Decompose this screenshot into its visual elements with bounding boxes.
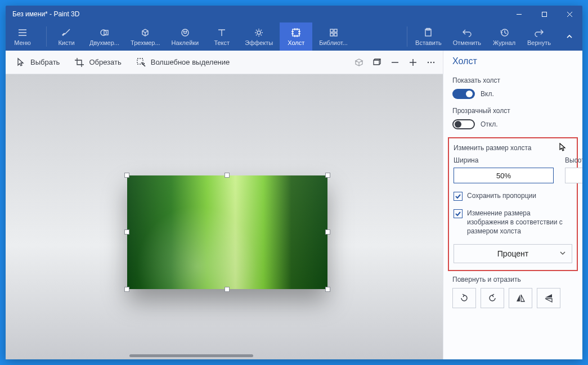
canvas-image[interactable]: [127, 175, 327, 289]
effects-tool[interactable]: Эффекты: [240, 22, 277, 51]
panel-title: Холст: [443, 51, 582, 73]
canvas-area[interactable]: [6, 74, 443, 359]
redo-label: Вернуть: [527, 39, 551, 46]
undo-button[interactable]: Отменить: [448, 22, 486, 51]
svg-rect-32: [330, 33, 333, 36]
minimize-button[interactable]: [506, 6, 532, 22]
crop-tool[interactable]: Обрезать: [71, 55, 124, 70]
resize-title: Изменить размер холста: [454, 144, 572, 152]
history-icon: [499, 27, 509, 38]
paste-button[interactable]: Вставить: [411, 22, 446, 51]
resize-handle[interactable]: [325, 287, 330, 292]
view-flat-icon[interactable]: [372, 57, 382, 67]
width-input[interactable]: [454, 168, 554, 183]
forest-image: [127, 175, 327, 289]
resize-handle[interactable]: [325, 173, 330, 178]
magic-select-icon: [136, 57, 146, 67]
resize-image-checkbox[interactable]: [454, 209, 463, 218]
canvas-tool-label: Холст: [288, 39, 304, 46]
2d-shapes-icon: [100, 27, 110, 38]
resize-handle[interactable]: [225, 287, 230, 292]
close-button[interactable]: [557, 6, 582, 22]
width-label: Ширина: [454, 156, 554, 164]
brushes-tool[interactable]: Кисти: [50, 22, 83, 51]
maximize-button[interactable]: [532, 6, 557, 22]
workspace: Выбрать Обрезать Волшебное выделение: [6, 51, 443, 359]
magic-select-label: Волшебное выделение: [151, 58, 230, 66]
unit-select-label: Процент: [497, 249, 528, 258]
menu-button[interactable]: Меню: [9, 22, 36, 51]
magic-select-tool[interactable]: Волшебное выделение: [133, 55, 234, 70]
resize-handle[interactable]: [124, 229, 129, 235]
library-label: Библиот...: [319, 39, 348, 46]
svg-point-9: [182, 29, 188, 36]
canvas-tool[interactable]: Холст: [280, 22, 312, 51]
history-label: Журнал: [493, 39, 515, 46]
redo-icon: [534, 27, 544, 38]
chevron-down-icon: [559, 249, 566, 259]
svg-line-20: [261, 30, 262, 31]
crop-label: Обрезать: [89, 58, 121, 66]
resize-handle[interactable]: [124, 173, 129, 178]
svg-point-12: [257, 31, 261, 34]
resize-canvas-section: Изменить размер холста Ширина Высота: [448, 137, 578, 271]
more-icon[interactable]: [426, 57, 436, 67]
effects-icon: [254, 27, 264, 38]
canvas-panel: Холст Показать холст Вкл. Прозрачный хол…: [443, 51, 582, 359]
3d-shapes-icon: [140, 27, 150, 38]
paste-icon: [423, 27, 433, 38]
canvas-icon: [291, 27, 301, 38]
show-canvas-label: Показать холст: [452, 76, 573, 84]
lock-aspect-label: Сохранить пропорции: [467, 191, 536, 200]
unit-select[interactable]: Процент: [454, 244, 572, 263]
text-icon: [217, 27, 227, 38]
show-canvas-state: Вкл.: [481, 90, 494, 98]
svg-rect-33: [334, 33, 337, 36]
svg-point-41: [428, 61, 429, 62]
sub-toolbar: Выбрать Обрезать Волшебное выделение: [6, 51, 443, 74]
height-label: Высота: [565, 156, 582, 164]
svg-point-11: [186, 31, 187, 32]
resize-handle[interactable]: [225, 173, 230, 178]
transparent-canvas-toggle[interactable]: [452, 119, 475, 129]
lock-aspect-checkbox[interactable]: [454, 192, 463, 201]
history-button[interactable]: Журнал: [488, 22, 520, 51]
text-label: Текст: [214, 39, 230, 46]
svg-line-17: [256, 30, 257, 31]
rotate-ccw-button[interactable]: [452, 288, 476, 308]
stickers-label: Наклейки: [172, 39, 199, 46]
zoom-out-icon[interactable]: [390, 57, 400, 67]
2d-shapes-label: Двухмер...: [89, 39, 119, 46]
select-tool[interactable]: Выбрать: [12, 55, 63, 70]
transparent-canvas-state: Откл.: [481, 120, 498, 128]
svg-rect-30: [330, 29, 333, 32]
text-tool[interactable]: Текст: [205, 22, 238, 51]
flip-vertical-button[interactable]: [537, 288, 560, 308]
3d-shapes-label: Трехмер...: [131, 39, 160, 46]
select-label: Выбрать: [30, 58, 60, 66]
horizontal-scrollbar[interactable]: [129, 354, 253, 357]
show-canvas-toggle[interactable]: [452, 89, 475, 99]
height-input[interactable]: [565, 168, 582, 183]
2d-shapes-tool[interactable]: Двухмер...: [85, 22, 124, 51]
cursor-annotation-icon: [559, 143, 567, 154]
menu-icon: [17, 27, 28, 38]
svg-point-42: [430, 61, 432, 62]
3d-shapes-tool[interactable]: Трехмер...: [126, 22, 165, 51]
collapse-toolbar-button[interactable]: [556, 33, 582, 40]
resize-handle[interactable]: [325, 229, 330, 235]
resize-handle[interactable]: [124, 287, 129, 292]
resize-image-label: Изменение размера изображения в соответс…: [467, 209, 572, 236]
view-3d-icon[interactable]: [354, 57, 364, 67]
zoom-in-icon[interactable]: [408, 57, 418, 67]
svg-line-18: [261, 35, 262, 36]
flip-horizontal-button[interactable]: [509, 288, 532, 308]
crop-icon: [74, 57, 84, 67]
rotate-label: Повернуть и отразить: [452, 276, 573, 283]
rotate-cw-button[interactable]: [481, 288, 504, 308]
stickers-tool[interactable]: Наклейки: [167, 22, 204, 51]
library-tool[interactable]: Библиот...: [315, 22, 352, 51]
svg-point-10: [183, 31, 185, 32]
svg-rect-31: [334, 29, 337, 32]
redo-button[interactable]: Вернуть: [523, 22, 555, 51]
